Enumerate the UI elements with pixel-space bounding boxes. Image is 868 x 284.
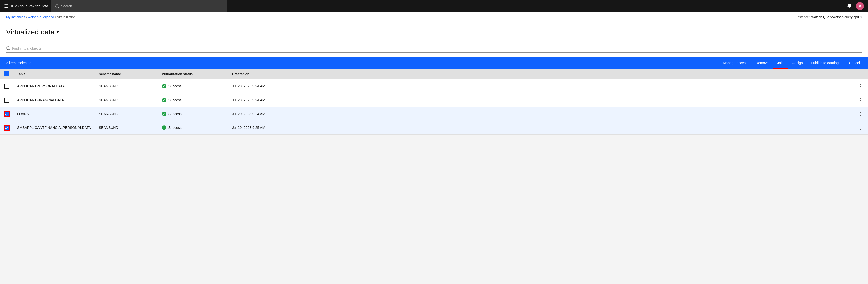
table-name-row4: SMSAPPLICANTFINANCIALPERSONALDATA	[17, 126, 91, 130]
th-actions	[854, 69, 868, 79]
td-table-row3: LOANS	[13, 107, 95, 121]
row3-overflow-button[interactable]: ⋮	[858, 110, 864, 118]
td-status-row1: ✓ Success	[158, 79, 228, 93]
td-schema-row1: SEANSUND	[95, 79, 158, 93]
th-table-label: Table	[17, 72, 25, 76]
main-content: 2 items selected Manage access Remove Jo…	[0, 40, 868, 135]
th-created-label: Created on	[232, 72, 249, 76]
instance-value: Watson Query:watson-query-cpd	[811, 15, 859, 19]
search-icon	[55, 4, 59, 8]
td-actions-row3[interactable]: ⋮	[854, 107, 868, 121]
td-checkbox-row4[interactable]	[0, 121, 13, 135]
virtualized-data-table: Table Schema name Virtualization status …	[0, 69, 868, 135]
td-table-row1: APPLICANTPERSONALDATA	[13, 79, 95, 93]
page-title: Virtualized data	[6, 28, 55, 36]
td-status-row2: ✓ Success	[158, 93, 228, 107]
action-bar: 2 items selected Manage access Remove Jo…	[0, 57, 868, 69]
row2-checkbox[interactable]	[4, 98, 9, 103]
th-schema: Schema name	[95, 69, 158, 79]
schema-row3: SEANSUND	[99, 112, 119, 116]
status-text-row4: Success	[168, 126, 182, 130]
row4-overflow-button[interactable]: ⋮	[858, 124, 864, 132]
status-success-icon-row3: ✓	[162, 112, 166, 116]
created-row4: Jul 20, 2023 9:25 AM	[232, 126, 266, 130]
schema-row4: SEANSUND	[99, 126, 119, 130]
breadcrumb: My instances / watson-query-cpd / Virtua…	[6, 15, 78, 19]
breadcrumb-watson-query-cpd[interactable]: watson-query-cpd	[28, 15, 54, 19]
brand-name: IBM Cloud Pak for Data	[11, 4, 48, 8]
avatar[interactable]: P	[856, 2, 864, 10]
find-virtual-objects-input[interactable]	[12, 46, 862, 50]
status-success-icon-row4: ✓	[162, 126, 166, 130]
select-all-checkbox[interactable]	[4, 71, 9, 76]
schema-row2: SEANSUND	[99, 98, 119, 102]
td-table-row2: APPLICANTFINANCIALDATA	[13, 93, 95, 107]
instance-label: Instance:	[797, 15, 810, 19]
td-created-row3: Jul 20, 2023 9:24 AM	[228, 107, 854, 121]
status-success-icon-row1: ✓	[162, 84, 166, 88]
breadcrumb-virtualization: Virtualization	[57, 15, 75, 19]
td-schema-row2: SEANSUND	[95, 93, 158, 107]
td-actions-row1[interactable]: ⋮	[854, 79, 868, 93]
publish-to-catalog-button[interactable]: Publish to catalog	[807, 57, 843, 69]
table-row: SMSAPPLICANTFINANCIALPERSONALDATA SEANSU…	[0, 121, 868, 135]
search-bar[interactable]	[51, 0, 227, 12]
created-row3: Jul 20, 2023 9:24 AM	[232, 112, 266, 116]
created-row1: Jul 20, 2023 9:24 AM	[232, 84, 266, 88]
page-title-chevron-icon[interactable]: ▾	[57, 29, 59, 35]
sort-asc-icon: ↑	[250, 72, 252, 76]
breadcrumb-my-instances[interactable]: My instances	[6, 15, 25, 19]
td-status-row4: ✓ Success	[158, 121, 228, 135]
td-checkbox-row2[interactable]	[0, 93, 13, 107]
td-actions-row2[interactable]: ⋮	[854, 93, 868, 107]
status-text-row2: Success	[168, 98, 182, 102]
virtual-objects-search	[0, 40, 868, 57]
created-row2: Jul 20, 2023 9:24 AM	[232, 98, 266, 102]
table-name-row3: LOANS	[17, 112, 29, 116]
selected-count: 2 items selected	[6, 61, 719, 65]
th-checkbox[interactable]	[0, 69, 13, 79]
nav-icons: P	[845, 1, 864, 11]
hamburger-menu-icon[interactable]: ☰	[4, 3, 8, 9]
row1-overflow-button[interactable]: ⋮	[858, 82, 864, 90]
manage-access-button[interactable]: Manage access	[719, 57, 751, 69]
remove-button[interactable]: Remove	[751, 57, 773, 69]
action-bar-buttons: Manage access Remove Join Assign Publish…	[719, 57, 864, 69]
td-schema-row3: SEANSUND	[95, 107, 158, 121]
td-checkbox-row1[interactable]	[0, 79, 13, 93]
td-created-row2: Jul 20, 2023 9:24 AM	[228, 93, 854, 107]
table-name-row1: APPLICANTPERSONALDATA	[17, 84, 65, 88]
table-name-row2: APPLICANTFINANCIALDATA	[17, 98, 64, 102]
notifications-icon[interactable]	[845, 1, 854, 11]
search-input[interactable]	[61, 4, 223, 8]
assign-button[interactable]: Assign	[788, 57, 807, 69]
td-actions-row4[interactable]: ⋮	[854, 121, 868, 135]
th-created[interactable]: Created on ↑	[228, 69, 854, 79]
top-navigation: ☰ IBM Cloud Pak for Data P	[0, 0, 868, 12]
table-row: APPLICANTFINANCIALDATA SEANSUND ✓ Succes…	[0, 93, 868, 107]
instance-chevron-icon[interactable]: ▾	[861, 15, 862, 19]
row1-checkbox[interactable]	[4, 84, 9, 89]
status-text-row3: Success	[168, 112, 182, 116]
status-text-row1: Success	[168, 84, 182, 88]
join-button[interactable]: Join	[773, 57, 788, 69]
table-row: LOANS SEANSUND ✓ Success Jul 20, 2023 9:…	[0, 107, 868, 121]
page-header: Virtualized data ▾	[0, 22, 868, 40]
th-schema-label: Schema name	[99, 72, 121, 76]
td-status-row3: ✓ Success	[158, 107, 228, 121]
th-status: Virtualization status	[158, 69, 228, 79]
find-search-icon	[6, 46, 10, 50]
th-status-label: Virtualization status	[162, 72, 193, 76]
status-success-icon-row2: ✓	[162, 98, 166, 102]
td-checkbox-row3[interactable]	[0, 107, 13, 121]
instance-selector[interactable]: Instance: Watson Query:watson-query-cpd …	[797, 15, 862, 19]
cancel-button[interactable]: Cancel	[845, 57, 864, 69]
row2-overflow-button[interactable]: ⋮	[858, 96, 864, 104]
breadcrumb-bar: My instances / watson-query-cpd / Virtua…	[0, 12, 868, 22]
breadcrumb-sep-3: /	[77, 15, 78, 19]
row4-checkbox[interactable]	[4, 125, 9, 130]
td-created-row4: Jul 20, 2023 9:25 AM	[228, 121, 854, 135]
row3-checkbox[interactable]	[4, 111, 9, 116]
td-schema-row4: SEANSUND	[95, 121, 158, 135]
td-created-row1: Jul 20, 2023 9:24 AM	[228, 79, 854, 93]
